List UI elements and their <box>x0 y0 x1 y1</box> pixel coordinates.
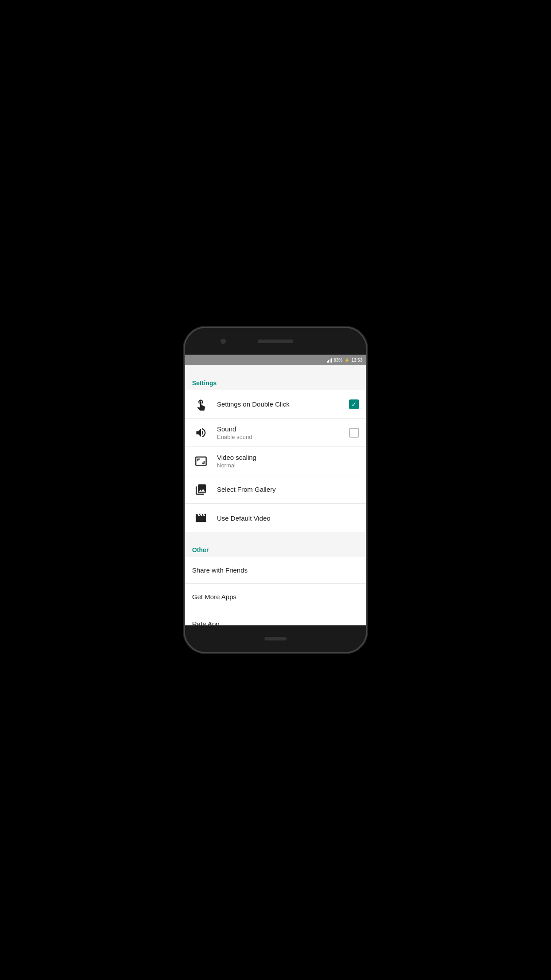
charging-icon: ⚡ <box>344 358 350 363</box>
gallery-text: Select From Gallery <box>217 486 359 493</box>
front-camera <box>220 339 226 344</box>
double-click-control[interactable]: ✓ <box>349 399 359 409</box>
clock: 13:53 <box>351 358 362 363</box>
double-click-text: Settings on Double Click <box>217 400 346 408</box>
more-apps-title: Get More Apps <box>192 593 236 601</box>
phone-bottom <box>185 625 366 652</box>
speaker <box>258 340 293 343</box>
double-click-title: Settings on Double Click <box>217 400 346 408</box>
rate-title: Rate App <box>192 620 220 626</box>
video-icon <box>192 509 210 527</box>
rate-item[interactable]: Rate App <box>185 610 366 625</box>
sound-text: Sound Enable sound <box>217 425 346 440</box>
sound-subtitle: Enable sound <box>217 434 346 440</box>
other-list: Share with Friends Get More Apps Rate Ap… <box>185 557 366 625</box>
default-video-item[interactable]: Use Default Video <box>185 504 366 532</box>
sound-item[interactable]: Sound Enable sound <box>185 419 366 447</box>
settings-list: Settings on Double Click ✓ Sound <box>185 390 366 532</box>
video-scale-icon <box>192 452 210 470</box>
unchecked-checkbox[interactable] <box>349 428 359 438</box>
other-spacer <box>185 532 366 537</box>
battery-percent: 83% <box>334 358 342 363</box>
share-title: Share with Friends <box>192 566 248 574</box>
video-scaling-item[interactable]: Video scaling Normal <box>185 447 366 475</box>
gallery-icon <box>192 481 210 498</box>
share-item[interactable]: Share with Friends <box>185 557 366 584</box>
gallery-item[interactable]: Select From Gallery <box>185 475 366 504</box>
phone-frame: 83% ⚡ 13:53 Settings <box>184 327 367 653</box>
double-click-item[interactable]: Settings on Double Click ✓ <box>185 390 366 419</box>
more-apps-item[interactable]: Get More Apps <box>185 584 366 610</box>
home-button[interactable] <box>264 637 287 640</box>
video-scaling-subtitle: Normal <box>217 462 359 469</box>
other-section-header: Other <box>185 537 366 557</box>
checked-checkbox[interactable]: ✓ <box>349 399 359 409</box>
power-button <box>366 381 367 399</box>
touch-icon <box>192 395 210 413</box>
signal-icon <box>327 357 332 363</box>
sound-control[interactable] <box>349 428 359 438</box>
top-spacer <box>185 365 366 371</box>
gallery-title: Select From Gallery <box>217 486 359 493</box>
phone-top <box>185 328 366 355</box>
default-video-title: Use Default Video <box>217 514 359 522</box>
sound-icon <box>192 424 210 442</box>
video-scaling-text: Video scaling Normal <box>217 454 359 469</box>
video-scaling-title: Video scaling <box>217 454 359 461</box>
default-video-text: Use Default Video <box>217 514 359 522</box>
settings-section-header: Settings <box>185 371 366 390</box>
sound-title: Sound <box>217 425 346 433</box>
content-area: Settings Settings on Double Click ✓ <box>185 365 366 625</box>
phone-screen: 83% ⚡ 13:53 Settings <box>185 355 366 625</box>
status-bar: 83% ⚡ 13:53 <box>185 355 366 365</box>
